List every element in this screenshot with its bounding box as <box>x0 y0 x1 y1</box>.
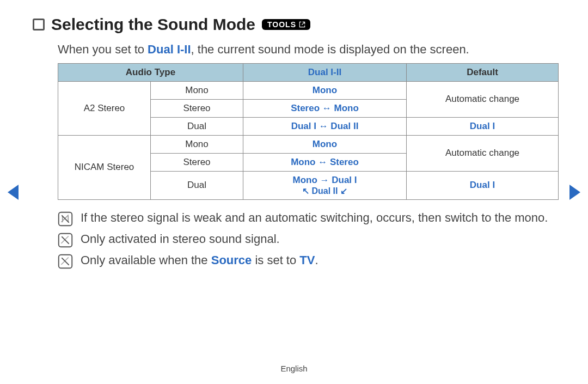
nicam-mono-type: Mono <box>151 135 243 153</box>
a2-dual-dual: Dual I ↔ Dual II <box>243 117 407 135</box>
chevron-right-icon <box>569 185 580 200</box>
a2-stereo-type: Stereo <box>151 99 243 117</box>
a2-mono-dual: Mono <box>243 81 407 99</box>
nav-next-button[interactable] <box>569 185 580 200</box>
note-1-text: If the stereo signal is weak and an auto… <box>81 210 555 226</box>
table-row: NICAM Stereo Mono Mono Automatic change <box>58 135 559 153</box>
intro-paragraph: When you set to Dual I-II, the current s… <box>58 41 555 58</box>
note-row: Only activated in stereo sound signal. <box>58 231 555 248</box>
note-3-post: . <box>315 253 318 267</box>
table-row: A2 Stereo Mono Mono Automatic change <box>58 81 559 99</box>
group-a2-name: A2 Stereo <box>58 81 151 135</box>
note-3-key2: TV <box>299 253 315 267</box>
note-3-pre: Only available when the <box>81 253 211 267</box>
nicam-dual-default: Dual I <box>407 171 559 199</box>
nicam-dual-line1: Mono → Dual I <box>248 175 402 186</box>
nicam-dual-dual: Mono → Dual I ↖ Dual II ↙ <box>243 171 407 199</box>
header-dual: Dual I-II <box>243 63 407 81</box>
note-3-key1: Source <box>211 253 252 267</box>
note-3-text: Only available when the Source is set to… <box>81 252 555 269</box>
nicam-stereo-dual: Mono ↔ Stereo <box>243 153 407 171</box>
note-icon <box>58 211 73 227</box>
tools-icon <box>298 21 306 28</box>
table-header-row: Audio Type Dual I-II Default <box>58 63 559 81</box>
nicam-default-auto: Automatic change <box>407 135 559 171</box>
nicam-dual-type: Dual <box>151 171 243 199</box>
note-3-mid: is set to <box>252 253 299 267</box>
note-row: Only available when the Source is set to… <box>58 252 555 269</box>
a2-stereo-dual: Stereo ↔ Mono <box>243 99 407 117</box>
note-icon <box>58 254 73 269</box>
nicam-mono-dual: Mono <box>243 135 407 153</box>
sound-mode-table: Audio Type Dual I-II Default A2 Stereo M… <box>58 63 559 200</box>
chevron-left-icon <box>8 185 19 200</box>
nav-prev-button[interactable] <box>8 185 19 200</box>
a2-dual-type: Dual <box>151 117 243 135</box>
section-bullet-icon <box>33 19 45 31</box>
note-icon <box>58 233 73 248</box>
nicam-stereo-type: Stereo <box>151 153 243 171</box>
group-nicam-name: NICAM Stereo <box>58 135 151 199</box>
note-row: If the stereo signal is weak and an auto… <box>58 210 555 227</box>
a2-mono-type: Mono <box>151 81 243 99</box>
intro-keyword: Dual I-II <box>148 42 191 56</box>
header-default: Default <box>407 63 559 81</box>
intro-post: , the current sound mode is displayed on… <box>191 42 469 56</box>
heading-row: Selecting the Sound Mode TOOLS <box>33 15 555 34</box>
intro-pre: When you set to <box>58 42 148 56</box>
notes: If the stereo signal is weak and an auto… <box>58 210 555 269</box>
tools-badge: TOOLS <box>262 19 310 30</box>
footer-language: English <box>0 364 588 373</box>
note-2-text: Only activated in stereo sound signal. <box>81 231 555 247</box>
header-audio-type: Audio Type <box>58 63 243 81</box>
a2-default-auto: Automatic change <box>407 81 559 117</box>
page-title: Selecting the Sound Mode <box>51 15 255 34</box>
nicam-dual-line2: ↖ Dual II ↙ <box>248 186 402 196</box>
tools-badge-label: TOOLS <box>267 20 296 29</box>
a2-dual-default: Dual I <box>407 117 559 135</box>
